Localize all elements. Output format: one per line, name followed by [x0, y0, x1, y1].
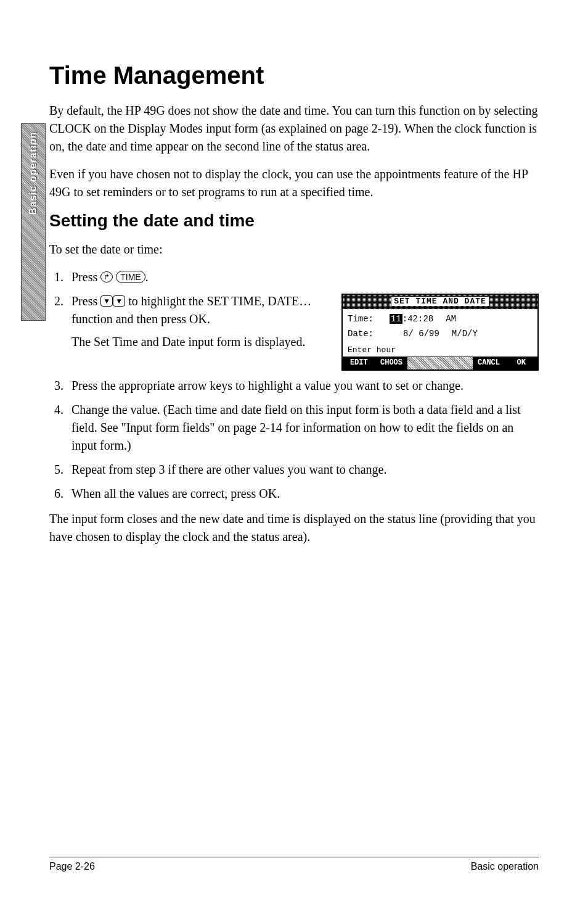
- calc-menu-choos: CHOOS: [375, 357, 408, 369]
- step-6: When all the values are correct, press O…: [67, 485, 539, 503]
- calc-menu-blank-1: .: [407, 357, 440, 369]
- step-1-text-b: .: [145, 270, 149, 284]
- calc-menu-blank-2: .: [440, 357, 473, 369]
- closing-para: The input form closes and the new date a…: [49, 510, 539, 546]
- time-key: TIME: [116, 271, 145, 283]
- calc-date-row: Date: 8/ 6/99 M/D/Y: [348, 328, 533, 340]
- step-6-text-b: .: [277, 487, 280, 500]
- steps-list: Press ↱ TIME. Press ▼▼ to highlight the …: [67, 268, 539, 503]
- calc-time-label: Time:: [348, 313, 385, 325]
- step-3: Press the appropriate arrow keys to high…: [67, 377, 539, 395]
- step-2-text-d: .: [207, 312, 210, 326]
- step-2-text-c: function and then press: [71, 312, 189, 326]
- calc-min: :42: [402, 314, 418, 324]
- page-footer: Page 2-26 Basic operation: [49, 857, 539, 872]
- calc-time-row: Time: 11:42:28 AM: [348, 313, 533, 325]
- calc-hint: Enter hour: [343, 344, 537, 357]
- step-2-text-b: to highlight the: [125, 294, 206, 308]
- calc-format: M/D/Y: [452, 328, 478, 340]
- calc-day: / 6: [408, 329, 423, 339]
- calc-sec: :28: [418, 314, 433, 324]
- step-2-text-a: Press: [71, 294, 100, 308]
- side-tab-label: Basic operation: [28, 124, 39, 222]
- page-number: Page 2-26: [49, 861, 95, 872]
- down-key-2: ▼: [113, 295, 125, 307]
- page-content: Time Management By default, the HP 49G d…: [49, 62, 539, 546]
- step-6-text-a: When all the values are correct, press: [71, 487, 259, 500]
- intro-para-1: By default, the HP 49G does not show the…: [49, 102, 539, 155]
- page-title: Time Management: [49, 62, 539, 89]
- step-2: Press ▼▼ to highlight the SET TIME, DATE…: [67, 292, 539, 371]
- step-1: Press ↱ TIME.: [67, 268, 539, 286]
- calc-menu-edit: EDIT: [343, 357, 375, 369]
- calc-title-text: SET TIME AND DATE: [391, 297, 489, 306]
- step-6-ok: OK: [259, 487, 277, 500]
- step-1-text-a: Press: [71, 270, 100, 284]
- calculator-screenshot: SET TIME AND DATE Time: 11:42:28 AM Date…: [341, 294, 539, 371]
- step-5: Repeat from step 3 if there are other va…: [67, 461, 539, 479]
- down-key-1: ▼: [100, 295, 113, 307]
- calc-menu-ok: OK: [505, 357, 537, 369]
- step-2-ok: OK: [189, 312, 207, 326]
- footer-section: Basic operation: [471, 861, 539, 872]
- step-2-sc: SET TIME, DATE…: [206, 294, 311, 308]
- calc-hour: 11: [390, 314, 402, 324]
- calc-title-bar: SET TIME AND DATE: [343, 295, 537, 309]
- calc-menu-cancl: CANCL: [473, 357, 505, 369]
- step-4: Change the value. (Each time and date fi…: [67, 401, 539, 455]
- intro-para-3: To set the date or time:: [49, 241, 539, 258]
- step-2-sub: The Set Time and Date input form is disp…: [71, 333, 329, 351]
- calc-ampm: AM: [446, 313, 456, 325]
- right-shift-key: ↱: [100, 271, 113, 282]
- intro-para-2: Even if you have chosen not to display t…: [49, 165, 539, 201]
- calc-date-label: Date:: [348, 328, 385, 340]
- side-tab: Basic operation: [21, 123, 46, 321]
- calc-softmenu: EDIT CHOOS . . CANCL OK: [343, 357, 537, 369]
- calc-year: /99: [424, 329, 439, 339]
- section-heading: Setting the date and time: [49, 211, 539, 231]
